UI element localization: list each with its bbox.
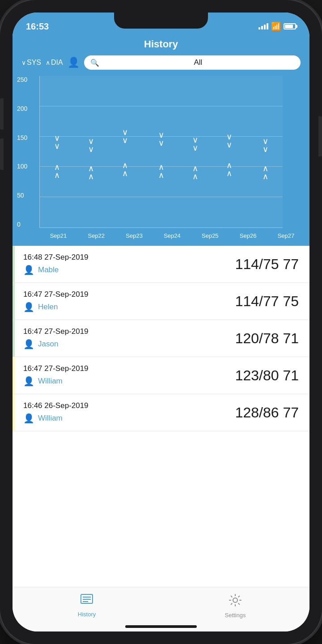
list-item[interactable]: 16:47 27-Sep-2019 👤 William 123/80 71 [13,357,309,394]
item-person: 👤 William [23,376,89,387]
home-indicator[interactable] [125,625,197,628]
item-reading: 114/77 75 [235,293,299,310]
phone-frame: 16:53 📶 History ∨ SYS [0,0,322,644]
person-icon: 👤 [23,339,34,349]
history-tab-icon [80,593,93,609]
chart-y-labels: 250 200 150 100 50 0 [17,76,27,228]
phone-screen: 16:53 📶 History ∨ SYS [13,13,309,631]
lock-button[interactable] [318,116,322,156]
item-person: 👤 William [23,413,89,424]
settings-tab-icon [229,593,242,610]
item-reading: 120/78 71 [235,330,299,347]
data-point-dia-1: ∧∧ [54,163,60,179]
item-reading: 128/86 77 [235,404,299,421]
data-point-sys-6: ∨∨ [226,133,232,149]
person-icon: 👤 [23,413,34,424]
sort-sys-button[interactable]: ∨ SYS [21,59,41,67]
item-person: 👤 Jason [23,339,89,349]
status-icons: 📶 [258,21,296,31]
volume-down-button[interactable] [0,139,4,170]
data-point-sys-5: ∨∨ [192,136,198,152]
item-datetime: 16:47 27-Sep-2019 [23,327,89,336]
wifi-icon: 📶 [271,21,281,31]
svg-point-4 [233,598,237,602]
status-time: 16:53 [26,21,49,32]
search-value: All [102,58,294,67]
list-item[interactable]: 16:47 27-Sep-2019 👤 Jason 120/78 71 [13,320,309,357]
item-reading: 114/75 77 [235,256,299,273]
tab-settings-label: Settings [225,612,246,619]
data-point-sys-1: ∨∨ [54,134,60,150]
header: History ∨ SYS ∧ DIA 👤 🔍 All [13,35,309,76]
data-point-sys-4: ∨∨ [158,131,164,147]
person-icon: 👤 [23,302,34,312]
chart-inner: ∨∨ ∨∨ ∨∨ ∨∨ ∨∨ ∨∨ [39,76,283,228]
data-point-dia-7: ∧∧ [263,164,268,181]
data-point-dia-3: ∧∧ [122,161,128,177]
notch [114,13,208,29]
chart-x-labels: Sep21 Sep22 Sep23 Sep24 Sep25 Sep26 Sep2… [39,232,305,239]
data-point-dia-4: ∧∧ [158,163,164,179]
item-person: 👤 Helen [23,302,89,312]
list-item[interactable]: 16:47 27-Sep-2019 👤 Helen 114/77 75 [13,283,309,320]
tab-settings[interactable]: Settings [161,593,309,619]
page-title: History [21,38,301,50]
signal-icon [258,23,268,29]
tab-history[interactable]: History [13,593,161,618]
person-filter-icon[interactable]: 👤 [68,57,80,68]
search-bar[interactable]: 🔍 All [84,55,301,70]
data-point-dia-2: ∧∧ [88,164,94,181]
tab-bar: History Settings [13,587,309,631]
chart-area: 250 200 150 100 50 0 ∨∨ [13,76,309,246]
data-point-sys-3: ∨∨ [122,128,128,144]
data-point-dia-5: ∧∧ [192,164,198,181]
search-icon: 🔍 [90,59,99,67]
item-reading: 123/80 71 [235,367,299,384]
records-list[interactable]: 16:48 27-Sep-2019 👤 Mable 114/75 77 16:4… [13,246,309,587]
data-point-sys-7: ∨∨ [263,137,268,153]
item-datetime: 16:48 27-Sep-2019 [23,253,89,262]
header-controls: ∨ SYS ∧ DIA 👤 🔍 All [21,55,301,70]
volume-up-button[interactable] [0,98,4,130]
item-datetime: 16:47 27-Sep-2019 [23,290,89,299]
person-icon: 👤 [23,265,34,275]
list-item[interactable]: 16:48 27-Sep-2019 👤 Mable 114/75 77 [13,246,309,283]
tab-history-label: History [78,611,96,618]
person-icon: 👤 [23,376,34,387]
item-datetime: 16:47 27-Sep-2019 [23,364,89,373]
data-point-dia-6: ∧∧ [226,161,232,177]
battery-icon [284,23,296,29]
chart-container: 250 200 150 100 50 0 ∨∨ [13,76,309,241]
data-point-sys-2: ∨∨ [88,137,94,153]
item-person: 👤 Mable [23,265,89,275]
sort-dia-button[interactable]: ∧ DIA [46,59,63,67]
list-item[interactable]: 16:46 26-Sep-2019 👤 William 128/86 77 [13,394,309,431]
item-datetime: 16:46 26-Sep-2019 [23,401,89,410]
